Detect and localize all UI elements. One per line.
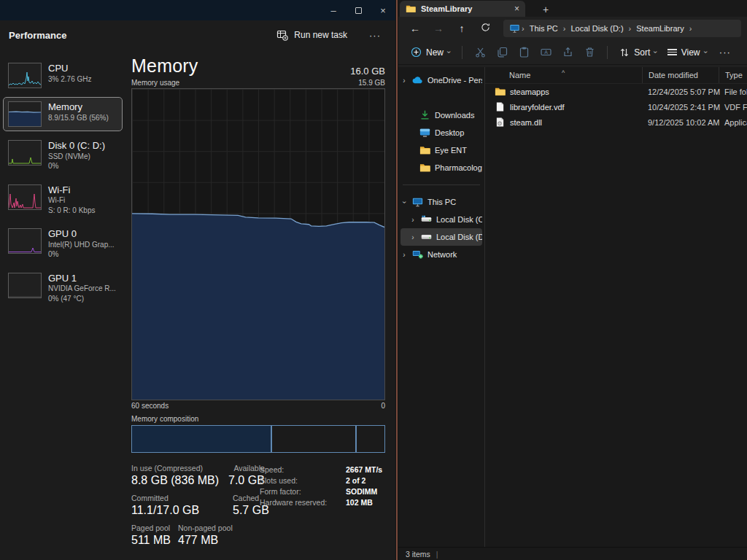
toolbar-divider [607,46,608,59]
column-header-type[interactable]: Type [719,67,747,83]
toolbar-divider [462,46,462,59]
memory-stats: In use (Compressed) 8.8 GB (836 MB) Avai… [131,464,385,547]
new-button[interactable]: New › [406,44,455,61]
explorer-tab-steamlibrary[interactable]: SteamLibrary × [400,1,525,17]
x-axis-left-label: 60 seconds [131,402,169,410]
file-row-steam-dll[interactable]: steam.dll 9/12/2025 10:02 AM Application [485,114,747,130]
gpu1-mini-chart [8,273,42,298]
sidebar-item-local-disk-d[interactable]: › Local Disk (D:) [400,228,482,246]
sidebar-item-pharmacology[interactable]: Pharmacology [400,159,482,176]
tab-close-icon[interactable]: × [514,4,519,14]
cpu-sub: 3% 2.76 GHz [48,74,91,85]
chevron-right-icon[interactable]: › [409,216,417,224]
sidebar-item-cpu[interactable]: CPU 3% 2.76 GHz [4,59,122,92]
downloads-icon [419,110,430,120]
breadcrumb-local-disk-d[interactable]: Local Disk (D:) [567,24,627,33]
x-axis-right-label: 0 [381,402,385,410]
see-more-button[interactable]: ··· [719,47,731,58]
minimize-icon[interactable]: – [321,0,346,20]
file-list-header: Name ^ Date modified Type [485,67,747,84]
restore-icon[interactable] [346,0,371,20]
sidebar-item-network[interactable]: › Network [400,246,482,263]
view-button[interactable]: View › [662,44,712,61]
sort-icon [619,47,630,58]
cut-button[interactable] [469,44,491,61]
paged-pool-value: 511 MB [131,534,178,547]
file-date: 9/12/2025 10:02 AM [642,118,719,127]
breadcrumb-separator: › [629,24,632,33]
paste-button[interactable] [513,44,535,61]
sidebar-item-this-pc[interactable]: › This PC [400,193,482,211]
memory-usage-graph [131,88,385,400]
folder-icon [495,87,506,96]
breadcrumb-separator: › [689,24,692,33]
folder-icon [419,163,430,173]
file-type: VDF File [719,103,747,112]
task-manager-titlebar: – × [0,0,395,20]
chevron-down-icon: › [702,51,710,53]
network-label: Network [427,250,457,259]
sidebar-item-downloads[interactable]: Downloads [400,106,482,124]
sidebar-item-onedrive[interactable]: › OneDrive - Persona [400,71,482,89]
composition-segment-free [357,426,384,452]
breadcrumb-separator: › [563,24,566,33]
close-icon[interactable]: × [371,0,395,20]
up-button[interactable]: ↑ [451,23,473,34]
column-header-date-modified[interactable]: Date modified [642,67,719,83]
run-new-task-button[interactable]: Run new task [271,26,353,44]
delete-button[interactable] [578,44,600,61]
back-button[interactable]: ← [404,23,426,34]
speed-value: 2667 MT/s [346,465,382,474]
cpu-title: CPU [48,63,91,74]
nonpaged-pool-value: 477 MB [178,534,233,547]
this-pc-label: This PC [427,198,456,206]
view-button-label: View [681,47,700,58]
file-row-libraryfolder[interactable]: libraryfolder.vdf 10/24/2025 2:41 PM VDF… [485,99,747,114]
copy-button[interactable] [491,44,513,61]
cpu-mini-chart [8,63,42,88]
breadcrumb-separator: › [522,24,525,33]
disk-sub2: 0% [48,161,105,171]
share-icon [562,47,573,58]
refresh-button[interactable] [474,23,496,34]
file-row-steamapps[interactable]: steamapps 12/24/2025 5:07 PM File folder [485,84,747,99]
memory-sub: 8.9/15.9 GB (56%) [48,113,109,123]
column-header-name[interactable]: Name ^ [485,71,642,79]
wifi-sub2: S: 0 R: 0 Kbps [48,206,95,216]
chevron-expanded-icon[interactable]: › [400,198,409,206]
more-options-button[interactable]: ··· [365,27,385,44]
new-tab-button[interactable]: + [538,4,553,17]
sidebar-item-local-disk-c[interactable]: › Local Disk (C:) [400,211,482,228]
rename-button[interactable] [535,44,557,61]
in-use-value: 8.8 GB (836 MB) [131,474,220,487]
sidebar-item-gpu1[interactable]: GPU 1 NVIDIA GeForce R... 0% (47 °C) [4,269,122,308]
slots-value: 2 of 2 [346,476,382,485]
address-bar[interactable]: › This PC › Local Disk (D:) › SteamLibra… [503,20,741,37]
cut-icon [475,47,486,58]
sort-ascending-icon: ^ [562,69,565,77]
chevron-right-icon[interactable]: › [400,77,408,85]
refresh-icon [481,23,490,32]
breadcrumb-this-pc[interactable]: This PC [526,24,562,33]
memory-hardware-stats: Speed: 2667 MT/s Slots used: 2 of 2 Form… [260,465,382,507]
share-button[interactable] [557,44,578,61]
sidebar-item-memory[interactable]: Memory 8.9/15.9 GB (56%) [4,98,122,131]
chevron-right-icon[interactable]: › [400,251,408,259]
breadcrumb-steamlibrary[interactable]: SteamLibrary [632,24,687,33]
gpu0-sub1: Intel(R) UHD Grap... [48,240,115,250]
folder-icon [406,4,416,13]
file-type: File folder [719,88,747,96]
forward-button[interactable]: → [427,23,449,34]
gpu0-title: GPU 0 [48,228,115,240]
sidebar-item-desktop[interactable]: Desktop [400,124,482,141]
file-date: 10/24/2025 2:41 PM [642,103,719,112]
sort-button-label: Sort [634,47,650,58]
sort-button[interactable]: Sort › [614,44,662,61]
system-drive-icon [421,214,432,225]
sidebar-item-eye-ent[interactable]: Eye ENT [400,141,482,159]
sidebar-item-gpu0[interactable]: GPU 0 Intel(R) UHD Grap... 0% [4,225,122,263]
memory-mini-chart [8,101,42,127]
sidebar-item-disk0[interactable]: Disk 0 (C: D:) SSD (NVMe) 0% [4,136,122,175]
chevron-right-icon[interactable]: › [409,233,417,241]
sidebar-item-wifi[interactable]: Wi-Fi Wi-Fi S: 0 R: 0 Kbps [4,181,122,219]
